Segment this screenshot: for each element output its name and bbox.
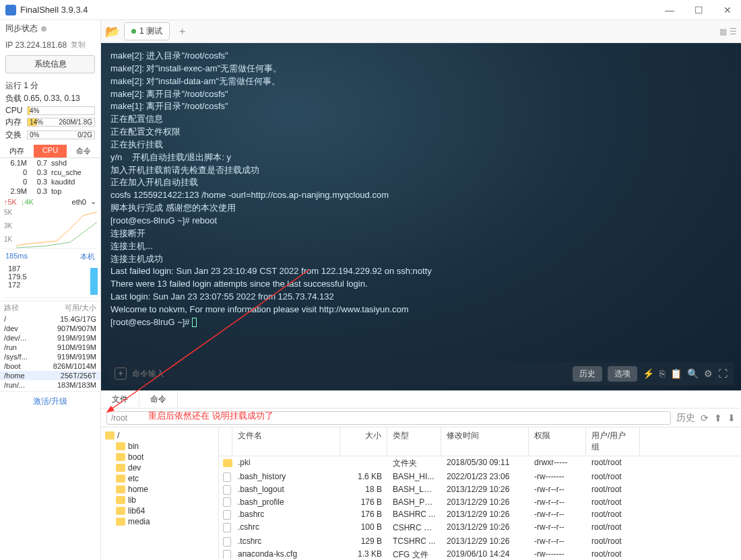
copy-icon[interactable]: ⎘ — [659, 368, 665, 379]
disk-row[interactable]: /boot826M/1014M — [0, 361, 100, 371]
proc-row[interactable]: 6.1M0.7sshd — [0, 158, 100, 168]
tab-command[interactable]: 命令 — [139, 391, 178, 408]
list-view-icon[interactable]: ☰ — [730, 27, 737, 36]
file-row[interactable]: .bash_logout18 BBASH_LO...2013/12/29 10:… — [219, 483, 741, 496]
ping-value: 185ms — [5, 252, 28, 262]
proc-row[interactable]: 00.3kauditd — [0, 177, 100, 186]
command-input[interactable] — [132, 369, 567, 378]
swap-bar: 0%0/2G — [27, 131, 95, 139]
terminal[interactable]: make[2]: 进入目录"/root/cosfs"make[2]: 对"ins… — [101, 43, 741, 390]
file-row[interactable]: .bash_history1.6 KBBASH_HI...2022/01/23 … — [219, 470, 741, 483]
folder-icon — [116, 485, 125, 493]
maximize-button[interactable]: ☐ — [690, 5, 707, 15]
file-row[interactable]: .bashrc176 BBASHRC ...2013/12/29 10:26-r… — [219, 508, 741, 521]
upload-icon[interactable]: ⬆ — [714, 413, 722, 423]
tree-node[interactable]: etc — [101, 473, 218, 484]
disk-row[interactable]: /15.4G/17G — [0, 314, 100, 324]
fullscreen-icon[interactable]: ⛶ — [718, 368, 728, 379]
options-button[interactable]: 选项 — [608, 366, 637, 382]
titlebar: FinalShell 3.9.3.4 — ☐ ✕ — [0, 0, 741, 20]
bottom-panel: 文件 命令 重启后依然还在 说明挂载成功了 历史 ⟳ ⬆ ⬇ /binbootd… — [101, 390, 741, 559]
disk-row[interactable]: /sys/f...919M/919M — [0, 352, 100, 361]
file-row[interactable]: .bash_profile176 BBASH_PR...2013/12/29 1… — [219, 496, 741, 509]
disk-row[interactable]: /dev907M/907M — [0, 324, 100, 333]
bolt-icon[interactable]: ⚡ — [643, 368, 654, 379]
file-list[interactable]: 文件名 大小 类型 修改时间 权限 用户/用户组 .pki文件夹2018/05/… — [219, 427, 741, 559]
tree-node[interactable]: lib64 — [101, 505, 218, 516]
file-icon — [223, 485, 231, 495]
search-icon[interactable]: 🔍 — [687, 368, 699, 379]
tab-file[interactable]: 文件 — [101, 391, 139, 408]
file-row[interactable]: .pki文件夹2018/05/30 09:11drwxr-----root/ro… — [219, 456, 741, 470]
close-button[interactable]: ✕ — [719, 5, 736, 15]
tab-mem[interactable]: 内存 — [0, 145, 34, 158]
file-row[interactable]: .tcshrc129 BTCSHRC ...2013/12/29 10:26-r… — [219, 535, 741, 548]
status-green-icon — [131, 29, 136, 34]
folder-icon — [116, 464, 125, 472]
file-row[interactable]: anaconda-ks.cfg1.3 KBCFG 文件2019/06/10 14… — [219, 548, 741, 559]
file-icon — [223, 537, 231, 547]
refresh-icon[interactable]: ⟳ — [701, 413, 709, 423]
system-info-button[interactable]: 系统信息 — [5, 55, 95, 73]
new-tab-button[interactable]: + — [174, 26, 191, 38]
command-bar: + 历史 选项 ⚡ ⎘ 📋 🔍 ⚙ ⛶ — [108, 362, 734, 385]
session-tab[interactable]: 1 测试 — [124, 22, 170, 40]
tree-node[interactable]: bin — [101, 441, 218, 452]
activate-link[interactable]: 激活/升级 — [0, 391, 100, 411]
tree-node[interactable]: boot — [101, 452, 218, 462]
app-title: FinalShell 3.9.3.4 — [20, 5, 661, 15]
col-mtime[interactable]: 修改时间 — [441, 427, 529, 456]
settings-icon[interactable]: ⚙ — [704, 368, 713, 379]
net-down: ↓4K — [21, 198, 34, 206]
file-icon — [223, 550, 231, 559]
app-icon — [5, 5, 16, 15]
col-size[interactable]: 大小 — [340, 427, 387, 456]
proc-row[interactable]: 00.3rcu_sche — [0, 168, 100, 177]
sidebar: 同步状态 IP 23.224.181.68 复制 系统信息 运行 1 分 负载 … — [0, 20, 101, 559]
open-folder-icon[interactable]: 📂 — [105, 24, 120, 39]
path-input[interactable] — [106, 411, 671, 425]
proc-tabs[interactable]: 内存 CPU 命令 — [0, 145, 100, 158]
col-type[interactable]: 类型 — [387, 427, 441, 456]
sync-status: 同步状态 — [0, 20, 100, 37]
paste-icon[interactable]: 📋 — [670, 368, 682, 379]
tab-cpu[interactable]: CPU — [34, 145, 67, 158]
mem-label: 内存 — [5, 116, 24, 128]
tab-bar: 📂 1 测试 + ▦ ☰ — [101, 20, 741, 43]
grid-view-icon[interactable]: ▦ — [719, 27, 727, 36]
file-icon — [223, 523, 231, 532]
tab-cmd[interactable]: 命令 — [67, 145, 100, 158]
net-line: ↑5K ↓4K eth0 ⌄ — [0, 196, 100, 207]
col-perm[interactable]: 权限 — [529, 427, 586, 456]
process-table: 6.1M0.7sshd00.3rcu_sche00.3kauditd2.9M0.… — [0, 158, 100, 196]
history-button[interactable]: 历史 — [573, 366, 602, 382]
svg-rect-0 — [90, 268, 98, 295]
tree-node[interactable]: home — [101, 484, 218, 495]
disk-row[interactable]: /run910M/919M — [0, 343, 100, 352]
disk-row[interactable]: /home256T/256T — [0, 371, 100, 380]
col-name[interactable]: 文件名 — [232, 427, 340, 456]
copy-ip-button[interactable]: 复制 — [71, 40, 86, 50]
tree-node[interactable]: media — [101, 516, 218, 527]
minimize-button[interactable]: — — [661, 5, 678, 15]
disk-row[interactable]: /run/...183M/183M — [0, 380, 100, 390]
ping-local[interactable]: 本机 — [80, 252, 95, 262]
net-dropdown-icon[interactable]: ⌄ — [90, 197, 96, 206]
folder-tree[interactable]: /binbootdevetchomeliblib64media — [101, 427, 219, 559]
cpu-label: CPU — [5, 106, 24, 115]
path-history-button[interactable]: 历史 — [676, 412, 695, 424]
file-row[interactable]: .cshrc100 BCSHRC 文...2013/12/29 10:26-rw… — [219, 521, 741, 535]
tree-node[interactable]: dev — [101, 462, 218, 473]
add-command-button[interactable]: + — [115, 368, 127, 380]
folder-icon — [116, 475, 125, 483]
col-user[interactable]: 用户/用户组 — [586, 427, 640, 456]
disk-row[interactable]: /dev/...919M/919M — [0, 333, 100, 343]
folder-icon — [116, 507, 125, 515]
folder-icon — [116, 453, 125, 461]
proc-row[interactable]: 2.9M0.3top — [0, 186, 100, 196]
tree-node[interactable]: lib — [101, 495, 218, 505]
download-icon[interactable]: ⬇ — [728, 413, 736, 423]
tree-node[interactable]: / — [101, 430, 218, 441]
ping-chart: 187 179.5 172 — [3, 265, 98, 298]
folder-icon — [116, 518, 125, 526]
